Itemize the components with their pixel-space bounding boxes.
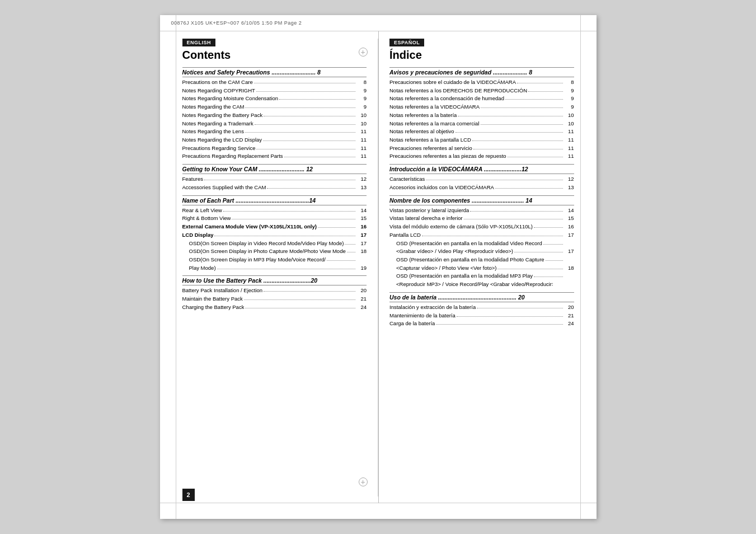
toc-label: Charging the Battery Pack	[182, 303, 245, 312]
toc-dots	[481, 119, 563, 125]
toc-section-header-uso: Uso de la batería ......................…	[389, 292, 574, 302]
toc-page: 10	[356, 111, 367, 120]
toc-page: 9	[356, 103, 367, 111]
toc-section-header-notices: Notices and Safety Precautions .........…	[182, 67, 367, 77]
toc-entry: Maintain the Battery Pack21	[182, 295, 367, 303]
toc-label: <Capturar vídeo> / Photo View <Ver foto>…	[396, 264, 496, 273]
toc-page: 11	[564, 128, 574, 136]
toc-label: Notas referentes a los DERECHOS DE REPRO…	[389, 87, 527, 95]
toc-page	[564, 256, 574, 264]
toc-dots	[543, 239, 563, 245]
toc-entry: External Camera Module View (VP-X105L/X1…	[182, 223, 367, 231]
toc-entry: Precautions Regarding Service11	[182, 144, 367, 153]
toc-label: Notas referentes a la marca comercial	[389, 120, 480, 128]
toc-label: Precauciones referentes al servicio	[389, 144, 472, 153]
toc-label: Notas referentes al objetivo	[389, 128, 454, 136]
toc-dots	[318, 222, 355, 228]
toc-label: Características	[389, 175, 425, 184]
toc-page: 20	[356, 287, 367, 295]
toc-page: 18	[356, 247, 367, 256]
toc-dots	[245, 102, 355, 108]
toc-page: 24	[356, 303, 367, 312]
toc-dots	[256, 86, 355, 92]
toc-page	[564, 240, 574, 248]
toc-section-avisos-label: Avisos y precauciones de seguridad .....…	[389, 69, 532, 76]
toc-dots	[345, 239, 355, 245]
toc-label: Precautions Regarding Service	[182, 144, 256, 153]
toc-page: 10	[356, 120, 367, 128]
toc-entry: Notes Regarding the CAM9	[182, 103, 367, 111]
toc-entry-osd1: OSD(On Screen Display in Video Record Mo…	[182, 240, 367, 248]
toc-entry: Instalación y extracción de la batería20	[389, 303, 574, 312]
toc-entry: Precautions Regarding Replacement Parts1…	[182, 152, 367, 161]
page-number-badge: 2	[182, 489, 195, 501]
toc-page: 11	[356, 136, 367, 144]
toc-entry-es-osd2b: <Capturar vídeo> / Photo View <Ver foto>…	[389, 264, 574, 273]
toc-label: Rear & Left View	[182, 207, 222, 215]
toc-page: 17	[356, 240, 367, 248]
toc-entry: Vistas posterior y lateral izquierda14	[389, 207, 574, 215]
toc-label: Maintain the Battery Pack	[182, 295, 243, 303]
toc-label: Instalación y extracción de la batería	[389, 303, 476, 312]
toc-dots	[426, 175, 562, 180]
toc-entry: Notes Regarding the Lens11	[182, 128, 367, 136]
toc-section-header-getting: Getting to Know Your CAM ...............…	[182, 164, 367, 174]
toc-entry: Precauciones referentes al servicio11	[389, 144, 574, 153]
toc-dots	[232, 214, 355, 219]
toc-dots	[534, 222, 563, 228]
toc-label: OSD (Presentación en pantalla en la moda…	[396, 256, 544, 264]
toc-label: Mantenimiento de la batería	[389, 312, 456, 320]
page-wrapper: 00876J X105 UK+ESP~007 6/10/05 1:50 PM P…	[0, 0, 756, 534]
toc-label: Carga de la batería	[389, 320, 435, 328]
toc-page: 8	[356, 78, 367, 87]
toc-label: Battery Pack Installation / Ejection	[182, 287, 263, 295]
toc-page: 18	[564, 264, 574, 273]
toc-dots	[256, 144, 355, 149]
toc-dots	[546, 255, 563, 261]
toc-page: 8	[564, 78, 574, 87]
toc-page: 17	[356, 231, 367, 240]
toc-page: 13	[356, 184, 367, 192]
toc-entry: Notas referentes a la VIDEOCÁMARA9	[389, 103, 574, 111]
toc-page: 11	[356, 144, 367, 153]
toc-entry: Vistas lateral derecha e inferior15	[389, 214, 574, 223]
toc-page: 11	[356, 152, 367, 161]
toc-dots	[244, 294, 355, 300]
contents-title: Contents	[182, 49, 367, 62]
toc-entry-osd2: OSD(On Screen Display in Photo Capture M…	[182, 247, 367, 256]
toc-label: Precautions on the CAM Care	[182, 78, 253, 87]
left-column: ENGLISH Contents Notices and Safety Prec…	[182, 39, 379, 496]
toc-dots	[263, 135, 355, 141]
toc-page: 9	[564, 95, 574, 103]
toc-dots	[279, 94, 355, 100]
toc-label: Accessories Supplied with the CAM	[182, 184, 266, 192]
toc-page	[564, 272, 574, 280]
toc-section-intro-label: Introducción a la VIDEOCÁMARA ..........…	[389, 166, 528, 172]
toc-page: 14	[356, 207, 367, 215]
toc-page	[356, 256, 367, 264]
toc-label: Precauciones referentes a las piezas de …	[389, 152, 506, 161]
toc-dots	[495, 183, 563, 189]
toc-label: Vista del módulo externo de cámara (Sólo…	[389, 223, 533, 231]
toc-label: OSD (Presentación en pantalla en la moda…	[396, 272, 533, 280]
toc-entry: Pantalla LCD17	[389, 231, 574, 240]
toc-entry: Características12	[389, 175, 574, 184]
toc-entry: Notes Regarding COPYRIGHT9	[182, 87, 367, 95]
toc-page: 17	[564, 247, 574, 256]
toc-section-header-nombre: Nombre de los componentes ..............…	[389, 195, 574, 205]
toc-page: 11	[564, 136, 574, 144]
toc-page: 10	[564, 120, 574, 128]
toc-entry: LCD Display17	[182, 231, 367, 240]
toc-page: 13	[564, 184, 574, 192]
toc-page: 19	[356, 264, 367, 273]
toc-entry: Precautions on the CAM Care8	[182, 78, 367, 87]
toc-section-notices-label: Notices and Safety Precautions .........…	[182, 69, 321, 76]
toc-dots	[264, 111, 355, 116]
content-area: ENGLISH Contents Notices and Safety Prec…	[182, 39, 574, 496]
toc-dots	[528, 86, 562, 92]
toc-label: Accesorios incluidos con la VIDEOCÁMARA	[389, 184, 494, 192]
toc-entry-osd3b: Play Mode)19	[182, 264, 367, 273]
toc-entry-osd3a: OSD(On Screen Display in MP3 Play Mode/V…	[182, 256, 367, 264]
toc-dots	[267, 183, 355, 189]
toc-entry: Notes Regarding a Trademark10	[182, 120, 367, 128]
